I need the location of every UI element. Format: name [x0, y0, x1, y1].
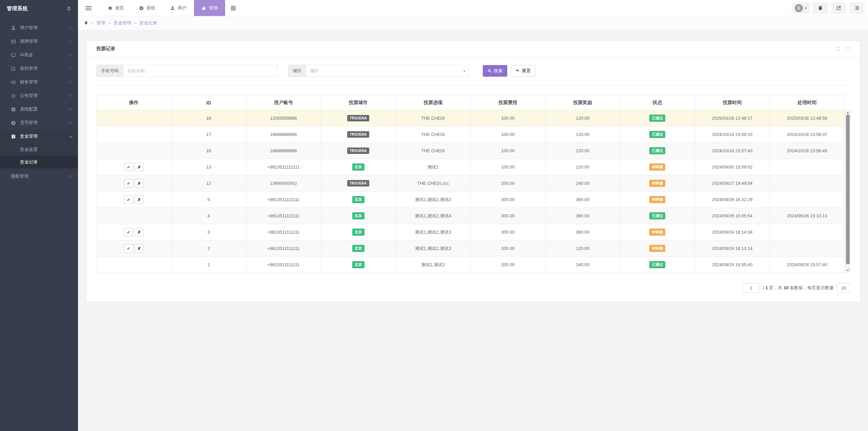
- sidebar-item-label: 货币管理: [20, 120, 70, 126]
- approve-button[interactable]: ✓: [124, 195, 133, 204]
- refresh-icon[interactable]: [836, 46, 841, 51]
- reject-button[interactable]: ✗: [135, 179, 144, 188]
- breadcrumb-item[interactable]: 管理: [96, 20, 105, 26]
- gear-icon: [139, 6, 144, 11]
- right-panel-toggle-button[interactable]: [849, 2, 865, 14]
- nav-tab-modules[interactable]: [225, 0, 241, 16]
- phone-input[interactable]: [123, 65, 278, 77]
- column-header: 处理时间: [770, 95, 845, 110]
- phone-filter-label: 手机号码: [96, 65, 123, 77]
- scrollbar-thumb[interactable]: [846, 115, 850, 264]
- trash-button[interactable]: [813, 2, 828, 14]
- sidebar-subitem-bounty-records[interactable]: 赏金记录: [0, 156, 78, 168]
- cell-status: 已通过: [620, 143, 695, 159]
- cell-actions: [97, 257, 172, 273]
- cell-reward: 240.00: [545, 175, 620, 192]
- approve-button[interactable]: ✓: [124, 244, 133, 253]
- cell-id: 17: [171, 126, 246, 143]
- page-size-input[interactable]: 20: [837, 283, 850, 293]
- cell-account: +8613511111111: [246, 192, 321, 208]
- sidebar-item-currency[interactable]: 货币管理: [0, 116, 78, 130]
- reject-button[interactable]: ✗: [135, 228, 144, 236]
- sidebar-item-options[interactable]: 期权管理: [0, 170, 78, 183]
- city-select[interactable]: 城市 ▾: [306, 65, 469, 77]
- fullscreen-icon[interactable]: [846, 46, 850, 51]
- sidebar-group-notice: 公告管理: [0, 89, 78, 102]
- cell-account: +8613511111111: [246, 224, 321, 240]
- chevron-left-icon: [70, 67, 72, 70]
- cell-process-time: 2025/03/28 12:48:56: [770, 110, 845, 126]
- cell-status: 已通过: [620, 257, 695, 273]
- nav-tab-user[interactable]: 用户: [163, 0, 194, 16]
- cell-vote-time: 2024/10/18 23:58:10: [695, 126, 770, 143]
- nav-tab-manage[interactable]: 管理: [194, 0, 225, 16]
- column-header: 状态: [620, 95, 695, 110]
- status-badge: 待审核: [649, 180, 665, 187]
- edit-icon: [11, 66, 16, 71]
- cell-account: +8613511111111: [246, 208, 321, 224]
- nav-tab-home[interactable]: 首页: [100, 0, 132, 16]
- breadcrumb-item[interactable]: 赏金管理: [114, 20, 131, 26]
- sidebar-group-finance: 财务管理: [0, 75, 78, 89]
- sidebar-toggle-button[interactable]: [81, 0, 96, 16]
- reject-button[interactable]: ✗: [135, 244, 144, 253]
- breadcrumb-item[interactable]: 赏金记录: [139, 20, 157, 26]
- cell-id: 3: [171, 224, 246, 240]
- sidebar-item-ai-fund[interactable]: AI基金: [0, 48, 78, 62]
- breadcrumb-separator: >: [91, 21, 93, 25]
- open-external-button[interactable]: [831, 2, 846, 14]
- cell-fee: 200.00: [470, 175, 545, 192]
- cell-options: 测试1: [396, 159, 471, 175]
- user-menu-button[interactable]: E ▾: [792, 2, 810, 14]
- scroll-down-icon[interactable]: ▼: [847, 269, 849, 272]
- cell-actions: ✓✗: [97, 175, 172, 192]
- home-icon: [108, 6, 113, 11]
- sidebar-item-notice[interactable]: 公告管理: [0, 89, 78, 102]
- status-badge: 待审核: [649, 163, 665, 170]
- sidebar-item-finance[interactable]: 财务管理: [0, 75, 78, 89]
- chevron-left-icon: [70, 81, 72, 83]
- list-icon: [11, 93, 16, 98]
- approve-button[interactable]: ✓: [124, 228, 133, 236]
- cell-vote-time: 2024/09/26 16:32:29: [695, 192, 770, 208]
- cell-process-time: 2024/10/18 23:58:37: [770, 126, 845, 143]
- cell-reward: 240.00: [545, 257, 620, 273]
- table-scrollbar[interactable]: ▲ ▼: [845, 110, 850, 273]
- sidebar-subitem-bounty-settings[interactable]: 赏金设置: [0, 143, 78, 156]
- sidebar-item-label: 质押管理: [20, 38, 70, 44]
- status-badge: 已通过: [649, 115, 665, 121]
- city-badge: 北京: [352, 261, 364, 268]
- cell-process-time: 2024/09/26 15:10:13: [770, 208, 845, 224]
- cell-fee: 100.00: [470, 126, 545, 143]
- column-header: 投票奖励: [545, 95, 620, 110]
- cell-reward: 360.00: [545, 224, 620, 240]
- approve-button[interactable]: ✓: [124, 163, 133, 171]
- panel-body: 手机号码 城市 城市 ▾ 搜索: [87, 57, 860, 301]
- pagination: 1 / 1 页，共 10 条数据，每页显示数量 20: [96, 283, 850, 293]
- sidebar-item-user[interactable]: 用户管理: [0, 21, 78, 35]
- cell-vote-time: 2024/09/30 15:09:02: [695, 159, 770, 175]
- sidebar-item-system-config[interactable]: 系统配置: [0, 102, 78, 116]
- reject-button[interactable]: ✗: [135, 195, 144, 204]
- scroll-up-icon[interactable]: ▲: [847, 111, 849, 114]
- sidebar-item-label: 财务管理: [20, 79, 70, 85]
- cell-options: THE CHEDI: [396, 143, 471, 159]
- nav-tab-system[interactable]: 系统: [132, 0, 163, 16]
- trash-icon: [818, 5, 823, 11]
- cell-status: 已通过: [620, 110, 695, 126]
- cell-city: 北京: [321, 159, 396, 175]
- search-button[interactable]: 搜索: [483, 65, 507, 77]
- cell-account: 13355556666: [246, 110, 321, 126]
- cell-id: 13: [171, 159, 246, 175]
- chevron-down-icon: ▾: [805, 6, 807, 10]
- city-badge: 北京: [352, 229, 364, 235]
- page-number-input[interactable]: 1: [742, 283, 760, 293]
- approve-button[interactable]: ✓: [124, 179, 133, 188]
- reset-button[interactable]: 重置: [511, 65, 535, 77]
- table-row: 1716666666666TROJENATHE CHEDI100.00120.0…: [97, 126, 845, 143]
- reject-button[interactable]: ✗: [135, 163, 144, 171]
- sidebar-item-pledge[interactable]: 质押管理: [0, 35, 78, 48]
- sidebar-item-checkin[interactable]: 签到管理: [0, 62, 78, 75]
- sidebar-item-bounty[interactable]: 赏金管理: [0, 130, 78, 143]
- cell-vote-time: 2024/10/18 23:57:43: [695, 143, 770, 159]
